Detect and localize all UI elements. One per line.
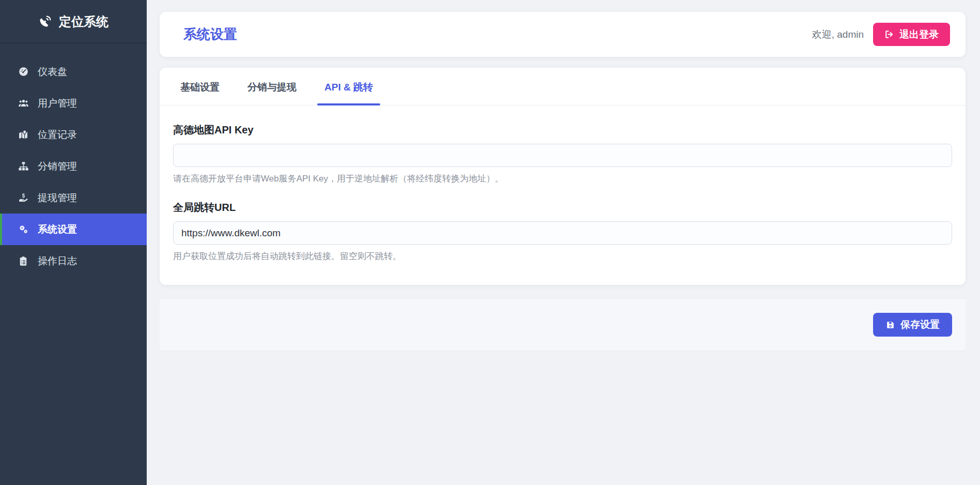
redirect-url-input[interactable] [173, 221, 952, 245]
cogs-icon [17, 224, 29, 235]
sidebar-item-label: 用户管理 [38, 97, 77, 110]
logout-button-label: 退出登录 [899, 28, 939, 41]
tab-distribution-withdrawal[interactable]: 分销与提现 [240, 68, 304, 105]
tab-api-redirect[interactable]: API & 跳转 [317, 68, 380, 105]
sidebar-menu: 仪表盘 用户管理 [0, 43, 147, 277]
sidebar-item-logs[interactable]: 操作日志 [0, 245, 147, 277]
main-content: 系统设置 欢迎, admin 退出登录 基础设置 分销与提现 API & 跳转 … [147, 0, 980, 485]
sidebar-item-distribution[interactable]: 分销管理 [0, 150, 147, 182]
satellite-dish-icon [38, 14, 52, 28]
app-logo: 定位系统 [0, 0, 147, 43]
sitemap-icon [17, 161, 29, 172]
sidebar-item-label: 系统设置 [38, 223, 77, 236]
sidebar-item-withdrawals[interactable]: 提现管理 [0, 182, 147, 214]
logout-button[interactable]: 退出登录 [873, 23, 950, 46]
amap-key-label: 高德地图API Key [173, 123, 952, 137]
redirect-url-help: 用户获取位置成功后将自动跳转到此链接。留空则不跳转。 [173, 250, 952, 262]
app-title: 定位系统 [59, 13, 108, 30]
form-footer: 保存设置 [160, 298, 966, 351]
tab-basic-settings[interactable]: 基础设置 [173, 68, 227, 105]
sidebar-item-dashboard[interactable]: 仪表盘 [0, 56, 147, 87]
page-header: 系统设置 欢迎, admin 退出登录 [160, 12, 966, 57]
save-settings-button[interactable]: 保存设置 [873, 313, 952, 337]
amap-key-group: 高德地图API Key 请在高德开放平台申请Web服务API Key，用于逆地址… [173, 123, 952, 185]
sidebar-item-locations[interactable]: 位置记录 [0, 119, 147, 150]
welcome-text: 欢迎, admin [812, 28, 864, 41]
sidebar-item-label: 操作日志 [38, 254, 77, 268]
settings-card: 基础设置 分销与提现 API & 跳转 高德地图API Key 请在高德开放平台… [160, 68, 966, 285]
clipboard-list-icon [17, 256, 29, 266]
amap-key-input[interactable] [173, 144, 952, 167]
save-settings-label: 保存设置 [900, 318, 940, 331]
dashboard-icon [17, 66, 29, 77]
header-right: 欢迎, admin 退出登录 [812, 23, 950, 46]
sign-out-icon [884, 29, 894, 39]
sidebar: 定位系统 仪表盘 [0, 0, 147, 485]
sidebar-item-label: 仪表盘 [38, 65, 67, 79]
sidebar-item-settings[interactable]: 系统设置 [0, 214, 147, 245]
hand-holding-usd-icon [17, 192, 29, 203]
amap-key-help: 请在高德开放平台申请Web服务API Key，用于逆地址解析（将经纬度转换为地址… [173, 173, 952, 185]
page-title: 系统设置 [183, 25, 237, 43]
sidebar-item-label: 提现管理 [38, 191, 77, 205]
sidebar-item-users[interactable]: 用户管理 [0, 87, 147, 119]
sidebar-item-label: 位置记录 [38, 128, 77, 142]
redirect-url-label: 全局跳转URL [173, 201, 952, 215]
map-marked-icon [17, 130, 29, 140]
users-icon [17, 98, 29, 109]
redirect-url-group: 全局跳转URL 用户获取位置成功后将自动跳转到此链接。留空则不跳转。 [173, 201, 952, 262]
sidebar-item-label: 分销管理 [38, 160, 77, 173]
save-icon [885, 320, 895, 330]
settings-tabs: 基础设置 分销与提现 API & 跳转 [160, 68, 966, 105]
settings-form: 高德地图API Key 请在高德开放平台申请Web服务API Key，用于逆地址… [160, 105, 966, 285]
